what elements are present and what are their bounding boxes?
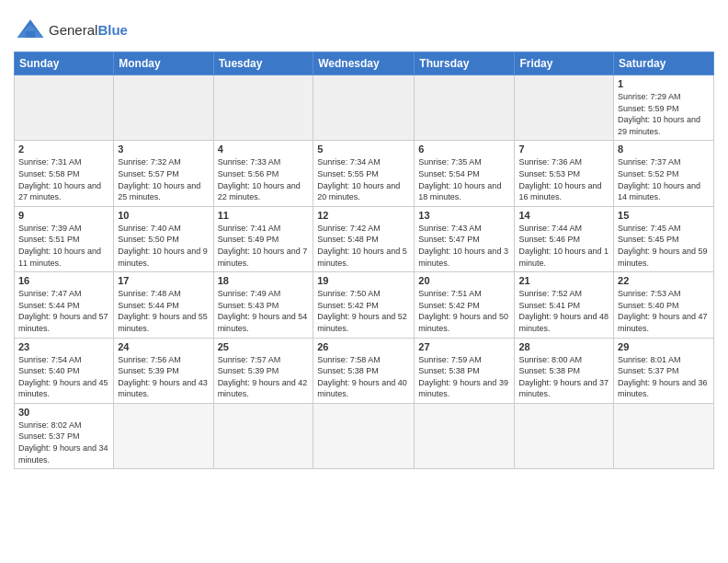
calendar-cell xyxy=(114,403,213,468)
day-info: Sunrise: 7:31 AM Sunset: 5:58 PM Dayligh… xyxy=(18,156,109,202)
calendar-cell: 12Sunrise: 7:42 AM Sunset: 5:48 PM Dayli… xyxy=(313,206,415,271)
day-number: 6 xyxy=(418,144,510,155)
calendar-week-row: 16Sunrise: 7:47 AM Sunset: 5:44 PM Dayli… xyxy=(15,272,714,338)
day-info: Sunrise: 7:59 AM Sunset: 5:38 PM Dayligh… xyxy=(418,354,510,400)
calendar-cell: 9Sunrise: 7:39 AM Sunset: 5:51 PM Daylig… xyxy=(15,206,114,271)
day-info: Sunrise: 7:35 AM Sunset: 5:54 PM Dayligh… xyxy=(418,156,510,202)
calendar-cell: 28Sunrise: 8:00 AM Sunset: 5:38 PM Dayli… xyxy=(515,338,614,403)
calendar-week-row: 30Sunrise: 8:02 AM Sunset: 5:37 PM Dayli… xyxy=(15,403,714,468)
day-number: 1 xyxy=(618,78,710,89)
calendar-cell xyxy=(15,75,114,141)
day-info: Sunrise: 8:01 AM Sunset: 5:37 PM Dayligh… xyxy=(618,354,710,400)
logo-icon xyxy=(14,13,47,46)
svg-rect-2 xyxy=(26,31,36,38)
calendar-table: SundayMondayTuesdayWednesdayThursdayFrid… xyxy=(14,52,714,469)
calendar-cell xyxy=(213,75,313,141)
day-number: 29 xyxy=(618,341,710,352)
weekday-header-saturday: Saturday xyxy=(614,52,714,75)
day-info: Sunrise: 7:32 AM Sunset: 5:57 PM Dayligh… xyxy=(118,156,209,202)
calendar-cell xyxy=(114,75,213,141)
day-number: 26 xyxy=(317,341,410,352)
day-number: 2 xyxy=(18,144,109,155)
calendar-cell: 4Sunrise: 7:33 AM Sunset: 5:56 PM Daylig… xyxy=(213,141,313,206)
weekday-header-sunday: Sunday xyxy=(15,52,114,75)
day-number: 3 xyxy=(118,144,209,155)
calendar-cell xyxy=(313,75,415,141)
day-number: 9 xyxy=(18,210,109,221)
day-number: 27 xyxy=(418,341,510,352)
calendar-cell: 5Sunrise: 7:34 AM Sunset: 5:55 PM Daylig… xyxy=(313,141,415,206)
day-number: 10 xyxy=(118,210,209,221)
calendar-cell: 16Sunrise: 7:47 AM Sunset: 5:44 PM Dayli… xyxy=(15,272,114,338)
day-info: Sunrise: 7:58 AM Sunset: 5:38 PM Dayligh… xyxy=(317,354,410,400)
day-number: 21 xyxy=(518,275,609,286)
day-info: Sunrise: 7:43 AM Sunset: 5:47 PM Dayligh… xyxy=(418,223,510,269)
calendar-cell: 29Sunrise: 8:01 AM Sunset: 5:37 PM Dayli… xyxy=(614,338,714,403)
day-number: 24 xyxy=(118,341,209,352)
day-info: Sunrise: 7:50 AM Sunset: 5:42 PM Dayligh… xyxy=(317,288,410,334)
day-info: Sunrise: 7:57 AM Sunset: 5:39 PM Dayligh… xyxy=(218,354,310,400)
weekday-header-monday: Monday xyxy=(114,52,213,75)
day-number: 22 xyxy=(618,275,710,286)
day-info: Sunrise: 7:54 AM Sunset: 5:40 PM Dayligh… xyxy=(18,354,109,400)
calendar-cell xyxy=(515,403,614,468)
day-number: 8 xyxy=(618,144,710,155)
calendar-cell: 21Sunrise: 7:52 AM Sunset: 5:41 PM Dayli… xyxy=(515,272,614,338)
day-number: 11 xyxy=(218,210,310,221)
calendar-cell: 26Sunrise: 7:58 AM Sunset: 5:38 PM Dayli… xyxy=(313,338,415,403)
day-info: Sunrise: 7:33 AM Sunset: 5:56 PM Dayligh… xyxy=(218,156,310,202)
calendar-cell: 24Sunrise: 7:56 AM Sunset: 5:39 PM Dayli… xyxy=(114,338,213,403)
day-number: 23 xyxy=(18,341,109,352)
calendar-cell: 3Sunrise: 7:32 AM Sunset: 5:57 PM Daylig… xyxy=(114,141,213,206)
calendar-cell: 22Sunrise: 7:53 AM Sunset: 5:40 PM Dayli… xyxy=(614,272,714,338)
weekday-header-friday: Friday xyxy=(515,52,614,75)
calendar-cell: 18Sunrise: 7:49 AM Sunset: 5:43 PM Dayli… xyxy=(213,272,313,338)
calendar-cell: 30Sunrise: 8:02 AM Sunset: 5:37 PM Dayli… xyxy=(15,403,114,468)
day-number: 16 xyxy=(18,275,109,286)
day-info: Sunrise: 7:29 AM Sunset: 5:59 PM Dayligh… xyxy=(618,91,710,137)
day-info: Sunrise: 7:42 AM Sunset: 5:48 PM Dayligh… xyxy=(317,223,410,269)
day-number: 28 xyxy=(518,341,609,352)
calendar-week-row: 23Sunrise: 7:54 AM Sunset: 5:40 PM Dayli… xyxy=(15,338,714,403)
day-number: 13 xyxy=(418,210,510,221)
calendar-cell xyxy=(515,75,614,141)
calendar-cell: 11Sunrise: 7:41 AM Sunset: 5:49 PM Dayli… xyxy=(213,206,313,271)
day-number: 4 xyxy=(218,144,310,155)
day-number: 17 xyxy=(118,275,209,286)
day-info: Sunrise: 7:44 AM Sunset: 5:46 PM Dayligh… xyxy=(518,223,609,269)
calendar-cell xyxy=(213,403,313,468)
day-info: Sunrise: 8:00 AM Sunset: 5:38 PM Dayligh… xyxy=(518,354,609,400)
day-info: Sunrise: 7:56 AM Sunset: 5:39 PM Dayligh… xyxy=(118,354,209,400)
weekday-header-tuesday: Tuesday xyxy=(213,52,313,75)
calendar-cell: 14Sunrise: 7:44 AM Sunset: 5:46 PM Dayli… xyxy=(515,206,614,271)
day-info: Sunrise: 7:40 AM Sunset: 5:50 PM Dayligh… xyxy=(118,223,209,269)
calendar-cell: 7Sunrise: 7:36 AM Sunset: 5:53 PM Daylig… xyxy=(515,141,614,206)
logo-text: GeneralBlue xyxy=(49,22,128,38)
calendar-cell xyxy=(313,403,415,468)
day-info: Sunrise: 7:41 AM Sunset: 5:49 PM Dayligh… xyxy=(218,223,310,269)
calendar-cell: 13Sunrise: 7:43 AM Sunset: 5:47 PM Dayli… xyxy=(415,206,515,271)
weekday-header-wednesday: Wednesday xyxy=(313,52,415,75)
calendar-cell: 8Sunrise: 7:37 AM Sunset: 5:52 PM Daylig… xyxy=(614,141,714,206)
day-info: Sunrise: 7:47 AM Sunset: 5:44 PM Dayligh… xyxy=(18,288,109,334)
calendar-cell: 25Sunrise: 7:57 AM Sunset: 5:39 PM Dayli… xyxy=(213,338,313,403)
page: GeneralBlue SundayMondayTuesdayWednesday… xyxy=(0,0,728,563)
header: GeneralBlue xyxy=(14,9,714,46)
day-info: Sunrise: 7:34 AM Sunset: 5:55 PM Dayligh… xyxy=(317,156,410,202)
calendar-week-row: 2Sunrise: 7:31 AM Sunset: 5:58 PM Daylig… xyxy=(15,141,714,206)
calendar-cell: 17Sunrise: 7:48 AM Sunset: 5:44 PM Dayli… xyxy=(114,272,213,338)
day-number: 15 xyxy=(618,210,710,221)
calendar-cell: 20Sunrise: 7:51 AM Sunset: 5:42 PM Dayli… xyxy=(415,272,515,338)
day-number: 18 xyxy=(218,275,310,286)
calendar-cell xyxy=(614,403,714,468)
day-number: 12 xyxy=(317,210,410,221)
day-info: Sunrise: 7:51 AM Sunset: 5:42 PM Dayligh… xyxy=(418,288,510,334)
day-info: Sunrise: 7:37 AM Sunset: 5:52 PM Dayligh… xyxy=(618,156,710,202)
calendar-cell: 6Sunrise: 7:35 AM Sunset: 5:54 PM Daylig… xyxy=(415,141,515,206)
logo: GeneralBlue xyxy=(14,13,128,46)
calendar-cell: 23Sunrise: 7:54 AM Sunset: 5:40 PM Dayli… xyxy=(15,338,114,403)
calendar-cell xyxy=(415,403,515,468)
day-info: Sunrise: 7:45 AM Sunset: 5:45 PM Dayligh… xyxy=(618,223,710,269)
day-number: 25 xyxy=(218,341,310,352)
calendar-cell xyxy=(415,75,515,141)
